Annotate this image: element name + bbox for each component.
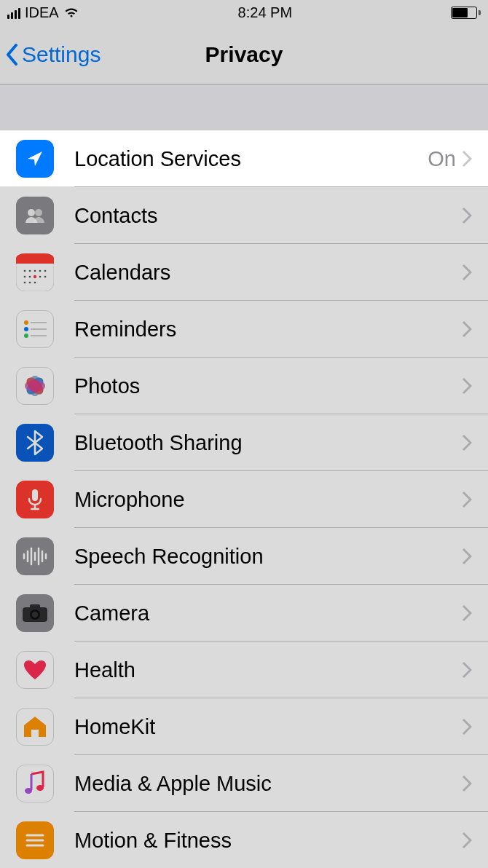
row-label: Photos <box>74 374 462 398</box>
heart-icon <box>16 651 54 689</box>
chevron-right-icon <box>462 661 472 679</box>
row-label: Speech Recognition <box>74 545 462 569</box>
carrier-label: IDEA <box>25 4 59 21</box>
chevron-right-icon <box>462 548 472 565</box>
row-location-arrow[interactable]: Location ServicesOn <box>0 130 488 187</box>
row-label: Bluetooth Sharing <box>74 431 462 455</box>
privacy-list: Location ServicesOnContactsCalendarsRemi… <box>0 130 488 868</box>
svg-point-9 <box>44 270 47 272</box>
house-icon <box>16 708 54 746</box>
row-label: Location Services <box>74 147 428 171</box>
chevron-right-icon <box>462 207 472 224</box>
svg-point-13 <box>44 276 47 278</box>
row-calendar[interactable]: Calendars <box>0 244 488 301</box>
row-label: Microphone <box>74 488 462 512</box>
svg-point-47 <box>36 785 44 791</box>
svg-rect-32 <box>32 489 38 501</box>
svg-rect-43 <box>30 604 40 609</box>
row-motion[interactable]: Motion & Fitness <box>0 812 488 868</box>
chevron-right-icon <box>462 775 472 792</box>
signal-bars-icon <box>7 6 20 19</box>
row-house[interactable]: HomeKit <box>0 698 488 755</box>
svg-point-8 <box>39 270 42 272</box>
photos-icon <box>16 367 54 405</box>
svg-point-10 <box>24 276 26 278</box>
chevron-right-icon <box>462 832 472 849</box>
row-label: Motion & Fitness <box>74 829 462 853</box>
row-waveform[interactable]: Speech Recognition <box>0 528 488 585</box>
svg-point-6 <box>29 270 31 272</box>
svg-point-1 <box>35 209 42 216</box>
motion-icon <box>16 821 54 859</box>
svg-point-16 <box>34 282 36 284</box>
row-music-note[interactable]: Media & Apple Music <box>0 755 488 812</box>
back-button[interactable]: Settings <box>0 42 101 67</box>
svg-point-15 <box>29 282 31 284</box>
camera-icon <box>16 594 54 632</box>
wifi-icon <box>63 7 79 18</box>
status-time: 8:24 PM <box>238 4 292 21</box>
reminders-icon <box>16 310 54 348</box>
section-spacer <box>0 84 488 130</box>
microphone-icon <box>16 481 54 518</box>
svg-point-22 <box>24 327 28 331</box>
chevron-right-icon <box>462 434 472 451</box>
svg-rect-4 <box>16 259 54 264</box>
chevron-left-icon <box>6 44 19 66</box>
svg-point-5 <box>24 270 26 272</box>
chevron-right-icon <box>462 264 472 281</box>
battery-icon <box>451 7 481 19</box>
svg-point-46 <box>25 788 32 794</box>
svg-point-7 <box>34 270 36 272</box>
bluetooth-icon <box>16 424 54 462</box>
contacts-icon <box>16 197 54 234</box>
music-note-icon <box>16 765 54 802</box>
nav-bar: Settings Privacy <box>0 25 488 84</box>
chevron-right-icon <box>462 718 472 735</box>
svg-point-45 <box>32 612 38 618</box>
row-label: Media & Apple Music <box>74 772 462 796</box>
row-label: Calendars <box>74 261 462 285</box>
row-bluetooth[interactable]: Bluetooth Sharing <box>0 414 488 471</box>
back-label: Settings <box>22 42 101 67</box>
row-photos[interactable]: Photos <box>0 358 488 414</box>
row-microphone[interactable]: Microphone <box>0 471 488 528</box>
row-label: Contacts <box>74 204 462 228</box>
svg-point-11 <box>29 276 31 278</box>
row-label: Reminders <box>74 317 462 342</box>
svg-point-0 <box>28 209 35 216</box>
waveform-icon <box>16 537 54 575</box>
row-value: On <box>428 147 456 171</box>
chevron-right-icon <box>462 150 472 167</box>
row-contacts[interactable]: Contacts <box>0 187 488 244</box>
status-bar: IDEA 8:24 PM <box>0 0 488 25</box>
row-reminders[interactable]: Reminders <box>0 301 488 358</box>
chevron-right-icon <box>462 377 472 395</box>
row-label: Health <box>74 658 462 682</box>
svg-point-21 <box>24 320 28 325</box>
chevron-right-icon <box>462 491 472 508</box>
row-label: Camera <box>74 601 462 626</box>
row-heart[interactable]: Health <box>0 642 488 698</box>
svg-point-17 <box>34 275 36 278</box>
calendar-icon <box>16 253 54 291</box>
svg-point-14 <box>24 282 26 284</box>
chevron-right-icon <box>462 604 472 622</box>
row-camera[interactable]: Camera <box>0 585 488 642</box>
row-label: HomeKit <box>74 715 462 739</box>
svg-point-23 <box>24 334 28 338</box>
svg-point-12 <box>39 276 42 278</box>
location-arrow-icon <box>16 140 54 178</box>
chevron-right-icon <box>462 320 472 338</box>
